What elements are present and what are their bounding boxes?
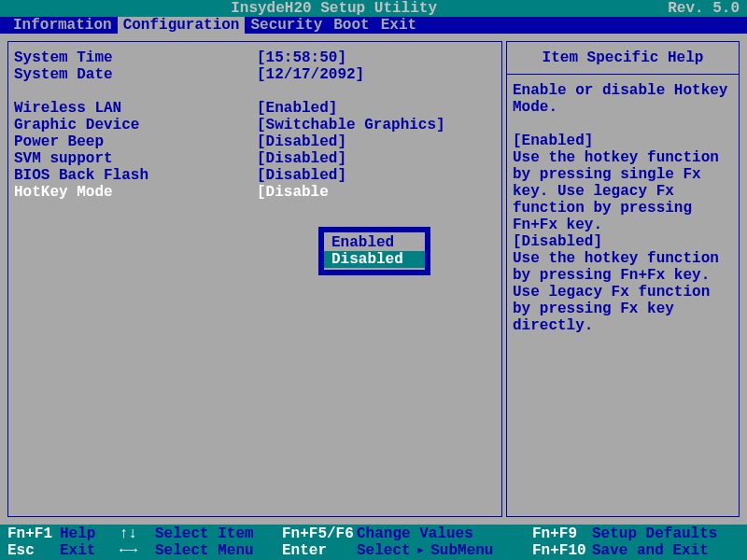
row-bios-back-flash[interactable]: BIOS Back Flash [Disabled] [14, 167, 496, 184]
desc-save-exit: Save and Exit [592, 542, 709, 559]
row-svm-support[interactable]: SVM support [Disabled] [14, 150, 496, 167]
spacer [14, 83, 496, 100]
key-f5f6: Fn+F5/F6 [282, 525, 354, 542]
settings-panel: System Time [15:58:50] System Date [12/1… [7, 41, 502, 517]
row-power-beep[interactable]: Power Beep [Disabled] [14, 133, 496, 150]
tab-exit[interactable]: Exit [375, 17, 422, 34]
key-esc: Esc [7, 542, 35, 559]
row-hotkey-mode[interactable]: HotKey Mode [Disable [14, 184, 496, 201]
main-area: System Time [15:58:50] System Date [12/1… [0, 34, 747, 525]
tab-configuration[interactable]: Configuration [118, 17, 246, 34]
value-hotkey-mode: [Disable [257, 184, 329, 201]
dropdown-option-disabled[interactable]: Disabled [324, 251, 425, 268]
key-f9: Fn+F9 [532, 525, 577, 542]
revision-label: Rev. 5.0 [668, 0, 747, 17]
desc-change-values: Change Values [357, 525, 473, 542]
menu-bar: Information Configuration Security Boot … [0, 17, 747, 34]
desc-select-item: Select Item [155, 525, 254, 542]
key-f1: Fn+F1 [7, 525, 52, 542]
value-wireless-lan: [Enabled] [257, 100, 337, 117]
desc-help: Help [60, 525, 95, 542]
row-graphic-device[interactable]: Graphic Device [Switchable Graphics] [14, 117, 496, 133]
key-enter: Enter [282, 542, 327, 559]
desc-submenu: SubMenu [430, 542, 493, 559]
label-wireless-lan: Wireless LAN [14, 100, 257, 117]
row-system-time[interactable]: System Time [15:58:50] [14, 49, 496, 66]
help-panel: Item Specific Help Enable or disable Hot… [506, 41, 740, 517]
value-system-date: [12/17/2092] [257, 66, 364, 83]
help-title: Item Specific Help [507, 42, 739, 75]
label-hotkey-mode: HotKey Mode [14, 184, 257, 201]
bios-screen: InsydeH20 Setup Utility Rev. 5.0 Informa… [0, 0, 747, 560]
label-system-time: System Time [14, 49, 257, 66]
value-bios-back-flash: [Disabled] [257, 167, 346, 184]
key-f10: Fn+F10 [532, 542, 586, 559]
label-graphic-device: Graphic Device [14, 117, 257, 133]
value-svm-support: [Disabled] [257, 150, 346, 167]
label-svm-support: SVM support [14, 150, 257, 167]
title-bar: InsydeH20 Setup Utility Rev. 5.0 [0, 0, 747, 17]
value-system-time: [15:58:50] [257, 49, 346, 66]
value-power-beep: [Disabled] [257, 133, 346, 150]
desc-setup-defaults: Setup Defaults [592, 525, 717, 542]
triangle-icon: ▸ [416, 542, 426, 559]
tab-boot[interactable]: Boot [328, 17, 374, 34]
footer-bar: Fn+F1 Help ↑↓ Select Item Fn+F5/F6 Chang… [0, 525, 747, 560]
key-leftright: ←→ [120, 542, 137, 559]
desc-exit: Exit [60, 542, 95, 559]
row-wireless-lan[interactable]: Wireless LAN [Enabled] [14, 100, 496, 117]
tab-information[interactable]: Information [7, 17, 118, 34]
label-power-beep: Power Beep [14, 133, 257, 150]
label-bios-back-flash: BIOS Back Flash [14, 167, 257, 184]
hotkey-mode-dropdown[interactable]: Enabled Disabled [318, 227, 430, 275]
desc-select-menu: Select Menu [155, 542, 254, 559]
dropdown-option-enabled[interactable]: Enabled [324, 234, 425, 251]
help-body: Enable or disable Hotkey Mode. [Enabled]… [507, 75, 739, 342]
desc-select: Select [357, 542, 411, 559]
row-system-date[interactable]: System Date [12/17/2092] [14, 66, 496, 83]
key-updown: ↑↓ [120, 525, 137, 542]
value-graphic-device: [Switchable Graphics] [257, 117, 445, 133]
tab-security[interactable]: Security [245, 17, 328, 34]
label-system-date: System Date [14, 66, 257, 83]
utility-title: InsydeH20 Setup Utility [0, 0, 668, 17]
